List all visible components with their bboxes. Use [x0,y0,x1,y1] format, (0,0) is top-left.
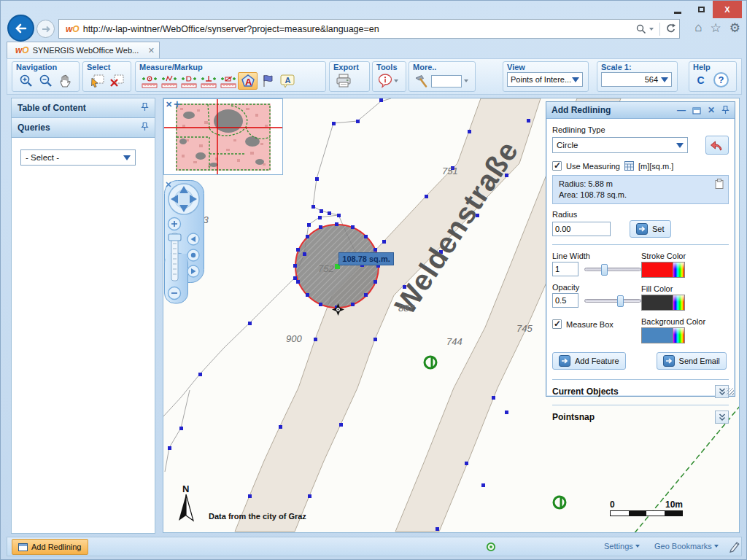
left-sidebar: Table of Content Queries - Select - [11,98,155,534]
panel-resize-handle[interactable] [727,388,734,395]
zoom-in-icon[interactable] [16,72,36,90]
settings-menu[interactable]: Settings [604,542,640,551]
minimize-button[interactable] [666,1,689,18]
sidebar-item-table-of-content[interactable]: Table of Content [12,98,155,118]
panel-minimize-icon[interactable]: — [677,105,686,115]
pointsnap-label: Pointsnap [552,412,595,422]
group-view: View Points of Intere... [503,61,589,92]
overview-close-icon[interactable]: ✕ [166,100,174,109]
clear-selection-icon[interactable] [107,72,126,90]
radius-input[interactable] [552,222,611,236]
measure-line-icon[interactable] [159,72,179,90]
task-add-redlining[interactable]: Add Redlining [12,539,88,555]
overview-move-icon[interactable]: ✛ [174,100,182,109]
parcel-label: 751 [442,166,458,176]
select-features-icon[interactable] [87,72,107,90]
zoom-control[interactable] [164,180,205,304]
tab-close-icon[interactable]: ✕ [148,46,155,55]
line-width-label: Line Width [552,252,641,260]
units-label: [m][sq.m.] [638,162,673,171]
line-width-slider[interactable] [584,268,641,271]
view-select[interactable]: Points of Intere... [507,72,583,87]
hammer-tool-icon[interactable] [413,72,429,90]
copyright-button[interactable]: C [693,72,708,88]
measure-box-checkbox[interactable] [552,319,562,329]
tab-title: SYNERGIS WebOffice Web... [33,46,145,55]
copy-clipboard-icon[interactable] [715,179,724,189]
measure-area-icon[interactable] [179,72,198,90]
panel-restore-icon[interactable] [692,106,701,114]
fill-color-picker-icon[interactable] [673,295,685,311]
more-dropdown-icon[interactable] [464,79,468,82]
home-icon[interactable]: ⌂ [694,20,702,36]
fill-color-swatch[interactable] [641,295,673,311]
overview-map[interactable]: ✕✛ [163,98,283,175]
help-button[interactable]: ? [713,72,729,88]
move-cursor-icon [332,303,344,316]
geo-bookmarks-menu[interactable]: Geo Bookmarks [654,542,719,551]
zoom-out-icon[interactable] [36,72,55,90]
stroke-color-picker-icon[interactable] [673,262,685,278]
sidebar-item-queries[interactable]: Queries [12,118,155,138]
browser-tab[interactable]: wO SYNERGIS WebOffice Web... ✕ [7,42,160,58]
group-tools: Tools [372,61,406,92]
more-tools-input[interactable] [431,75,462,88]
stroke-color-label: Stroke Color [641,252,729,260]
search-icon[interactable] [635,23,647,35]
address-bar[interactable]: wO http://w-lap-wintner/WebOffice/synser… [58,19,680,39]
info-tool-icon[interactable] [376,72,394,90]
panel-pin-icon[interactable] [721,106,729,114]
use-measuring-checkbox[interactable] [552,161,562,171]
url-text[interactable]: http://w-lap-wintner/WebOffice/synserver… [83,24,635,34]
measure-point-icon[interactable] [139,72,159,90]
maximize-button[interactable] [689,1,713,18]
panel-header[interactable]: Add Redlining — ✕ [546,102,735,119]
send-email-button[interactable]: Send Email [657,352,727,370]
flag-marker-icon[interactable] [258,72,277,90]
add-redlining-icon[interactable]: A [238,72,258,90]
add-feature-button[interactable]: Add Feature [552,352,626,370]
panel-close-icon[interactable]: ✕ [708,105,715,115]
opacity-input[interactable] [552,293,578,308]
history-back-button [187,233,199,245]
query-select-value: - Select - [26,153,59,162]
scale-combo[interactable]: 564 [601,72,672,87]
pin-icon[interactable] [141,122,149,133]
calculator-icon[interactable] [624,161,634,171]
set-button[interactable]: Set [630,220,671,238]
tools-dropdown-icon[interactable] [394,79,398,82]
print-icon[interactable] [333,72,353,90]
measure-perpendicular-icon[interactable] [198,72,218,90]
background-color-swatch[interactable] [641,327,673,343]
background-color-picker-icon[interactable] [673,327,685,343]
pointsnap-section[interactable]: Pointsnap [552,411,729,424]
redlining-type-value: Circle [557,141,578,149]
stroke-color-swatch[interactable] [641,262,673,278]
zoom-out-button [169,287,181,300]
text-label-icon[interactable]: A [277,72,297,90]
line-width-input[interactable] [552,262,578,276]
current-objects-section[interactable]: Current Objects [552,385,729,398]
back-button[interactable] [7,15,34,42]
sketch-pencil-icon[interactable] [728,540,740,553]
forward-button[interactable] [36,20,55,38]
query-select-arrow-icon [123,155,131,160]
opacity-slider[interactable] [584,299,641,303]
map-attribution: Data from the city of Graz [209,512,306,521]
query-select[interactable]: - Select - [20,149,136,166]
close-button[interactable]: X [713,1,742,18]
undo-button[interactable] [705,136,729,155]
scale-arrow-icon [661,77,668,82]
measure-dimension-icon[interactable] [218,72,238,90]
redlining-type-select[interactable]: Circle [552,137,688,153]
settings-gear-icon[interactable]: ⚙ [729,20,740,36]
pin-icon[interactable] [141,103,149,114]
pan-hand-icon[interactable] [55,72,75,90]
pointsnap-expand-button[interactable] [715,411,729,424]
favorites-star-icon[interactable]: ☆ [711,20,721,36]
tab-favicon: wO [15,45,29,55]
search-dropdown-icon[interactable] [649,28,654,31]
status-indicator-icon [486,542,496,552]
window-controls: X [666,1,742,18]
refresh-icon[interactable] [665,23,676,34]
